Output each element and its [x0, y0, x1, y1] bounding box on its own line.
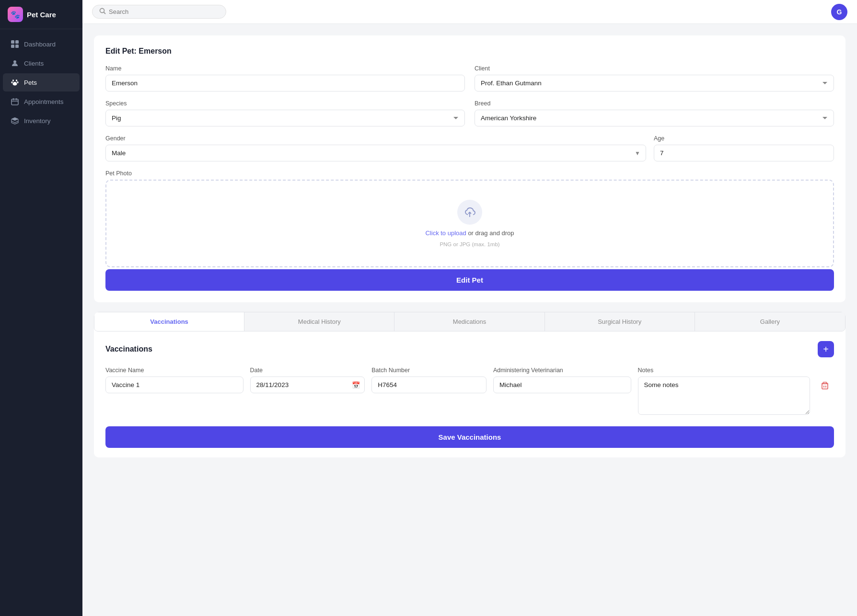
delete-vaccination-button[interactable]: [817, 377, 833, 394]
vaccinations-title: Vaccinations: [105, 345, 152, 354]
svg-point-8: [17, 81, 19, 83]
tabs-vaccinations-card: Vaccinations Medical History Medications…: [94, 312, 845, 457]
tabs-row: Vaccinations Medical History Medications…: [94, 312, 845, 331]
tab-medications[interactable]: Medications: [394, 312, 544, 331]
tab-medical-history[interactable]: Medical History: [244, 312, 394, 331]
client-group: Client Prof. Ethan Gutmann: [475, 65, 834, 91]
search-box[interactable]: [92, 5, 226, 19]
svg-point-12: [100, 9, 104, 13]
vaccinations-section: Vaccinations + Vaccine Name Date: [94, 331, 845, 457]
edit-pet-card: Edit Pet: Emerson Name Client Prof. Etha…: [94, 35, 845, 302]
tab-gallery[interactable]: Gallery: [695, 312, 845, 331]
sidebar-item-dashboard[interactable]: Dashboard: [3, 35, 80, 53]
name-input[interactable]: [105, 75, 465, 91]
vaccine-name-group: Vaccine Name: [105, 367, 243, 393]
sidebar-item-appointments-label: Appointments: [24, 98, 64, 105]
age-label: Age: [654, 135, 834, 142]
main-area: G Edit Pet: Emerson Name Client Prof. Et…: [82, 0, 857, 616]
photo-group: Pet Photo Click to upload or drag and dr…: [105, 170, 834, 267]
svg-rect-3: [15, 45, 19, 48]
notes-label: Notes: [638, 367, 811, 374]
species-select[interactable]: Dog Cat Pig Bird Rabbit: [105, 110, 465, 126]
page-title: Edit Pet: Emerson: [105, 47, 834, 56]
upload-text: Click to upload or drag and drop: [425, 229, 514, 237]
date-input-wrap: 📅: [250, 376, 365, 393]
batch-group: Batch Number: [371, 367, 486, 393]
svg-rect-0: [11, 40, 14, 44]
species-group: Species Dog Cat Pig Bird Rabbit: [105, 100, 465, 126]
box-icon: [11, 116, 19, 125]
photo-upload-area[interactable]: Click to upload or drag and drop PNG or …: [105, 180, 834, 267]
client-label: Client: [475, 65, 834, 72]
upload-cloud-icon: [457, 200, 482, 225]
notes-group: Notes Some notes: [638, 367, 811, 415]
breed-label: Breed: [475, 100, 834, 107]
content-area: Edit Pet: Emerson Name Client Prof. Etha…: [82, 24, 857, 616]
notes-textarea[interactable]: Some notes: [638, 376, 811, 415]
sidebar-item-dashboard-label: Dashboard: [24, 41, 56, 48]
svg-rect-2: [11, 45, 14, 48]
age-group: Age: [654, 135, 834, 161]
sidebar-item-appointments[interactable]: Appointments: [3, 92, 80, 111]
date-group: Date 📅: [250, 367, 365, 393]
svg-rect-9: [12, 99, 18, 105]
gender-select-wrap: Male Female ▼: [105, 145, 646, 161]
svg-point-7: [12, 81, 13, 83]
grid-icon: [11, 40, 19, 48]
photo-label: Pet Photo: [105, 170, 834, 177]
search-icon: [99, 8, 106, 16]
species-label: Species: [105, 100, 465, 107]
breed-group: Breed American Yorkshire Duroc Hampshire: [475, 100, 834, 126]
species-breed-row: Species Dog Cat Pig Bird Rabbit Breed Am…: [105, 100, 834, 126]
sidebar-item-clients-label: Clients: [24, 60, 44, 67]
avatar[interactable]: G: [831, 4, 847, 20]
vaccine-row: Vaccine Name Date 📅 Batch Number: [105, 367, 834, 415]
add-vaccination-button[interactable]: +: [818, 341, 834, 357]
client-select[interactable]: Prof. Ethan Gutmann: [475, 75, 834, 91]
svg-rect-1: [15, 40, 19, 44]
vaccine-name-input[interactable]: [105, 376, 243, 393]
vet-label: Administering Veterinarian: [493, 367, 631, 374]
vet-group: Administering Veterinarian: [493, 367, 631, 393]
date-label: Date: [250, 367, 365, 374]
svg-point-6: [16, 80, 17, 81]
app-name: Pet Care: [27, 11, 56, 19]
sidebar-item-clients[interactable]: Clients: [3, 54, 80, 72]
svg-point-5: [12, 80, 14, 81]
sidebar-item-inventory-label: Inventory: [24, 117, 51, 125]
breed-select[interactable]: American Yorkshire Duroc Hampshire: [475, 110, 834, 126]
search-input[interactable]: [109, 8, 219, 15]
topbar: G: [82, 0, 857, 24]
sidebar-item-pets-label: Pets: [24, 79, 37, 86]
logo-icon: 🐾: [8, 7, 23, 22]
sidebar-item-inventory[interactable]: Inventory: [3, 112, 80, 130]
vaccine-name-label: Vaccine Name: [105, 367, 243, 374]
svg-point-4: [13, 60, 16, 63]
name-label: Name: [105, 65, 465, 72]
calendar-icon: [11, 97, 19, 106]
batch-input[interactable]: [371, 376, 486, 393]
sidebar-item-pets[interactable]: Pets: [3, 73, 80, 91]
save-vaccinations-button[interactable]: Save Vaccinations: [105, 426, 834, 448]
svg-rect-15: [822, 384, 828, 389]
date-input[interactable]: [250, 376, 365, 393]
user-icon: [11, 59, 19, 68]
upload-link[interactable]: Click to upload: [425, 229, 466, 237]
sidebar: 🐾 Pet Care Dashboard Clients Pets: [0, 0, 82, 616]
age-input[interactable]: [654, 145, 834, 161]
gender-select[interactable]: Male Female: [105, 145, 646, 161]
gender-group: Gender Male Female ▼: [105, 135, 646, 161]
upload-hint: PNG or JPG (max. 1mb): [440, 241, 499, 247]
vet-input[interactable]: [493, 376, 631, 393]
gender-label: Gender: [105, 135, 646, 142]
edit-pet-button[interactable]: Edit Pet: [105, 269, 834, 291]
name-group: Name: [105, 65, 465, 91]
paw-icon: [11, 78, 19, 87]
sidebar-nav: Dashboard Clients Pets Appointments Inve…: [0, 29, 82, 136]
gender-age-row: Gender Male Female ▼ Age: [105, 135, 834, 161]
tab-surgical-history[interactable]: Surgical History: [545, 312, 695, 331]
svg-line-13: [104, 12, 106, 14]
name-client-row: Name Client Prof. Ethan Gutmann: [105, 65, 834, 91]
vaccinations-header: Vaccinations +: [105, 341, 834, 357]
tab-vaccinations[interactable]: Vaccinations: [94, 312, 244, 331]
